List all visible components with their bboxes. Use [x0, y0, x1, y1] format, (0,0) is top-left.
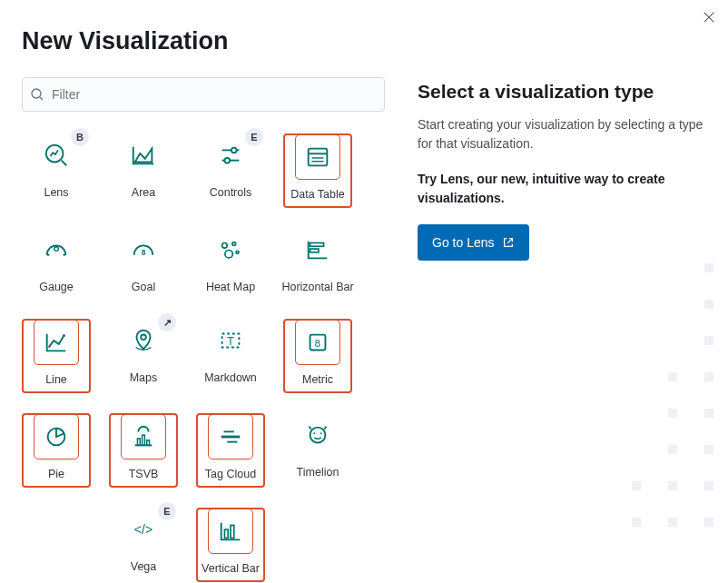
filter-input[interactable] [50, 86, 377, 103]
viz-tile-maps[interactable]: ↗ Maps [109, 319, 178, 393]
vega-icon: </> [130, 516, 157, 543]
viz-label: Vertical Bar [202, 562, 260, 575]
viz-label: Pie [48, 468, 64, 480]
page-title: New Visualization [22, 27, 728, 55]
viz-label: Markdown [204, 371, 257, 384]
svg-point-20 [236, 251, 239, 253]
viz-grid: B Lens Area [22, 133, 385, 582]
viz-tile-tagcloud[interactable]: Tag Cloud [196, 413, 265, 488]
viz-tile-pie[interactable]: Pie [22, 413, 91, 488]
viz-tile-lens[interactable]: B Lens [22, 133, 91, 208]
viz-label: Controls [210, 186, 252, 199]
vbar-icon [217, 518, 244, 545]
side-description: Start creating your visualization by sel… [418, 115, 706, 153]
tagcloud-icon [217, 423, 244, 450]
svg-rect-31 [137, 439, 140, 446]
viz-label: Line [45, 373, 67, 386]
go-to-lens-button[interactable]: Go to Lens [418, 224, 529, 261]
svg-point-0 [32, 89, 41, 98]
badge-external: ↗ [158, 313, 176, 331]
badge-experimental: E [245, 128, 263, 146]
viz-tile-controls[interactable]: E Controls [196, 133, 265, 208]
close-icon[interactable] [703, 11, 715, 24]
heatmap-icon [217, 236, 244, 263]
svg-text:8: 8 [315, 338, 320, 349]
viz-tile-datatable[interactable]: Data Table [283, 133, 352, 208]
viz-tile-area[interactable]: Area [109, 133, 178, 208]
gauge-icon [43, 236, 70, 263]
svg-point-18 [232, 242, 236, 246]
maps-icon [130, 327, 157, 354]
svg-rect-32 [143, 435, 145, 445]
svg-text:</>: </> [134, 522, 152, 537]
svg-rect-8 [309, 149, 328, 166]
svg-point-7 [224, 158, 230, 163]
side-heading: Select a visualization type [418, 81, 706, 103]
viz-tile-tsvb[interactable]: TSVB [109, 413, 178, 488]
svg-rect-21 [310, 243, 324, 247]
metric-icon: 8 [304, 329, 331, 356]
svg-text:T: T [227, 335, 234, 348]
viz-label: Gauge [39, 281, 74, 293]
svg-point-37 [310, 428, 326, 443]
svg-point-5 [231, 148, 237, 153]
602px-tile-vbar[interactable]: Vertical Bar [196, 508, 265, 582]
viz-tile-timelion[interactable]: Timelion [283, 413, 352, 488]
svg-rect-42 [231, 525, 234, 538]
viz-label: Tag Cloud [205, 468, 256, 480]
svg-point-19 [225, 250, 232, 257]
tsvb-icon [130, 423, 157, 450]
viz-tile-line[interactable]: Line [22, 319, 91, 393]
badge-experimental: E [158, 502, 176, 520]
popout-icon [502, 236, 515, 249]
svg-line-1 [40, 97, 43, 100]
badge-beta: B [71, 128, 89, 146]
svg-point-39 [320, 432, 322, 434]
svg-text:8: 8 [142, 248, 146, 257]
cta-label: Go to Lens [432, 235, 495, 250]
svg-point-14 [54, 247, 59, 252]
timelion-icon [304, 421, 331, 449]
filter-input-wrap[interactable] [22, 77, 385, 112]
svg-line-3 [62, 161, 67, 166]
viz-tile-metric[interactable]: 8 Metric [283, 319, 352, 393]
datatable-icon [304, 143, 331, 171]
area-icon [130, 142, 157, 169]
viz-tile-goal[interactable]: 8 Goal [109, 228, 178, 299]
side-promo: Try Lens, our new, intuitive way to crea… [418, 170, 706, 208]
viz-label: Data Table [290, 188, 345, 201]
viz-tile-hbar[interactable]: Horizontal Bar [283, 228, 352, 299]
viz-label: Vega [131, 560, 157, 573]
viz-label: Horizontal Bar [281, 281, 353, 293]
viz-label: Timelion [297, 466, 339, 479]
viz-label: Goal [132, 281, 155, 293]
lens-icon [43, 142, 70, 169]
svg-point-24 [141, 334, 146, 340]
pie-icon [43, 423, 70, 450]
viz-tile-vega[interactable]: E </> Vega [109, 508, 178, 582]
viz-label: Heat Map [206, 281, 255, 293]
viz-tile-markdown[interactable]: T Markdown [196, 319, 265, 393]
viz-label: Area [132, 186, 155, 199]
viz-tile-gauge[interactable]: Gauge [22, 228, 91, 299]
line-icon [43, 329, 70, 356]
right-panel: Select a visualization type Start creati… [418, 77, 706, 582]
svg-line-43 [507, 239, 512, 243]
svg-rect-22 [310, 249, 319, 252]
goal-icon: 8 [130, 236, 157, 263]
svg-point-17 [222, 243, 228, 249]
left-panel: B Lens Area [22, 77, 385, 582]
viz-label: Maps [130, 371, 158, 384]
viz-label: TSVB [129, 468, 159, 480]
viz-tile-heatmap[interactable]: Heat Map [196, 228, 265, 299]
markdown-icon: T [217, 327, 244, 354]
controls-icon [217, 142, 244, 169]
svg-rect-41 [224, 529, 228, 538]
search-icon [30, 87, 44, 102]
viz-label: Metric [302, 373, 333, 386]
hbar-icon [304, 236, 331, 263]
svg-point-23 [63, 334, 65, 337]
svg-point-38 [313, 432, 315, 434]
viz-label: Lens [44, 186, 68, 199]
